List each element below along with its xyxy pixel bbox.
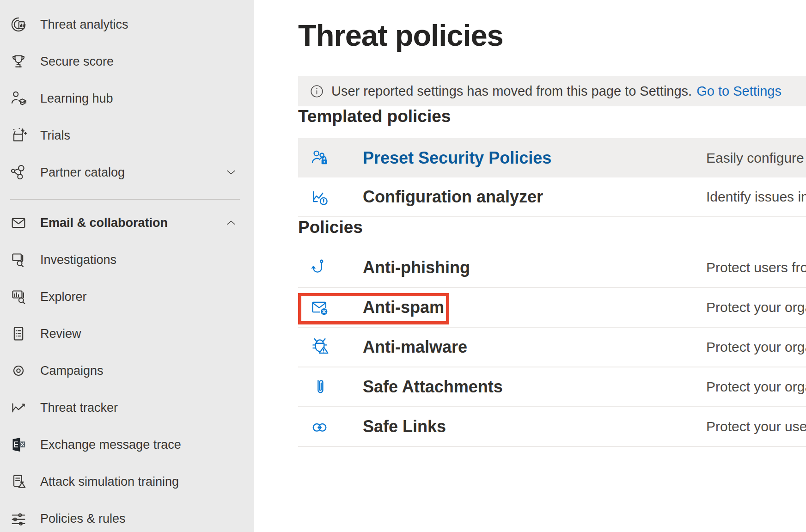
trials-icon [9,126,28,145]
row-safe-attachments[interactable]: Safe Attachments Protect your organiz [298,367,806,407]
sidebar-item-label: Investigations [40,253,116,267]
sidebar-item-threat-tracker[interactable]: Threat tracker [0,389,254,426]
explorer-icon [9,287,28,306]
sidebar-item-secure-score[interactable]: Secure score [0,43,254,80]
banner-message: User reported settings has moved from th… [331,84,692,99]
sidebar-item-threat-analytics[interactable]: Threat analytics [0,6,254,43]
sidebar-item-label: Attack simulation training [40,475,179,489]
row-safe-links[interactable]: Safe Links Protect your users fr [298,407,806,447]
email-icon [9,214,28,232]
sidebar-item-label: Exchange message trace [40,438,181,452]
sidebar-item-label: Campaigns [40,364,104,378]
anti-phishing-icon [310,257,330,278]
row-description: Identify issues in you [706,189,806,205]
templated-policies-list: Preset Security Policies Easily configur… [298,138,806,217]
row-description: Protect your users fr [706,419,806,434]
go-to-settings-link[interactable]: Go to Settings [696,84,782,99]
paperclip-icon [310,377,330,397]
row-description: Protect users from p [706,260,806,275]
policies-heading: Policies [298,217,806,238]
partner-catalog-icon [9,163,28,182]
policies-list: Anti-phishing Protect users from p Anti-… [298,248,806,447]
anti-malware-link[interactable]: Anti-malware [363,337,467,357]
sidebar-item-label: Email & collaboration [40,216,168,230]
sidebar-item-label: Partner catalog [40,165,125,180]
sidebar-item-label: Threat analytics [40,18,128,32]
safe-links-icon [310,416,330,437]
info-banner: User reported settings has moved from th… [298,76,806,106]
sidebar-item-attack-simulation-training[interactable]: Attack simulation training [0,463,254,500]
preset-security-policies-link[interactable]: Preset Security Policies [363,148,551,168]
safe-links-link[interactable]: Safe Links [363,417,446,436]
sidebar-item-email-collaboration[interactable]: Email & collaboration [0,204,254,241]
info-icon [310,84,324,98]
anti-spam-icon [310,297,330,318]
row-anti-malware[interactable]: Anti-malware Protect your organiz [298,328,806,367]
chevron-up-icon[interactable] [225,217,237,229]
sidebar-item-campaigns[interactable]: Campaigns [0,352,254,389]
row-preset-security-policies[interactable]: Preset Security Policies Easily configur… [298,138,806,177]
threat-tracker-icon [9,398,28,417]
threat-analytics-icon [9,15,28,34]
row-description: Protect your organiz [706,339,806,355]
row-anti-spam[interactable]: Anti-spam Protect your organiz [298,288,806,328]
sidebar-item-policies-rules[interactable]: Policies & rules [0,500,254,532]
sidebar-item-review[interactable]: Review [0,315,254,352]
safe-attachments-link[interactable]: Safe Attachments [363,377,503,397]
investigations-icon [9,251,28,269]
sidebar: Threat analytics Secure score Learning h… [0,0,254,532]
sidebar-item-trials[interactable]: Trials [0,117,254,154]
sidebar-item-explorer[interactable]: Explorer [0,278,254,315]
sidebar-item-label: Threat tracker [40,401,118,415]
chevron-down-icon[interactable] [225,166,237,178]
preset-security-policies-icon [310,148,330,168]
sidebar-item-label: Trials [40,128,70,143]
attack-simulation-icon [9,472,28,491]
anti-spam-link[interactable]: Anti-spam [363,298,444,317]
sidebar-item-investigations[interactable]: Investigations [0,241,254,278]
templated-policies-heading: Templated policies [298,106,806,127]
campaigns-icon [9,361,28,380]
sidebar-item-label: Policies & rules [40,512,126,526]
sidebar-item-label: Secure score [40,55,114,69]
configuration-analyzer-link[interactable]: Configuration analyzer [363,187,543,207]
sidebar-item-exchange-message-trace[interactable]: Exchange message trace [0,426,254,463]
sidebar-item-learning-hub[interactable]: Learning hub [0,80,254,117]
sidebar-item-partner-catalog[interactable]: Partner catalog [0,154,254,191]
row-configuration-analyzer[interactable]: Configuration analyzer Identify issues i… [298,177,806,217]
learning-hub-icon [9,89,28,108]
defender-portal: Threat analytics Secure score Learning h… [0,0,806,532]
sidebar-item-label: Review [40,327,81,341]
sidebar-item-label: Explorer [40,290,87,304]
configuration-analyzer-icon [310,187,330,207]
sidebar-divider [10,199,240,200]
anti-phishing-link[interactable]: Anti-phishing [363,258,470,277]
page-title: Threat policies [298,0,806,50]
exchange-logo-icon [9,435,28,454]
sidebar-item-label: Learning hub [40,92,113,106]
row-description: Protect your organiz [706,300,806,315]
row-description: Easily configure prot [706,150,806,166]
trophy-icon [9,52,28,71]
row-anti-phishing[interactable]: Anti-phishing Protect users from p [298,248,806,288]
main-content: Threat policies User reported settings h… [254,0,806,532]
anti-malware-icon [310,337,330,357]
sliders-icon [9,509,28,528]
row-description: Protect your organiz [706,379,806,395]
review-icon [9,324,28,343]
